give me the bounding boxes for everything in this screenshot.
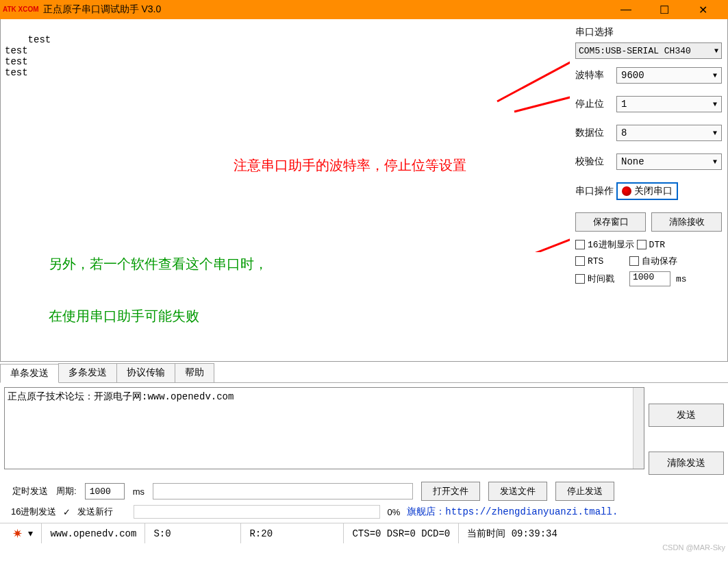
timed-send-label: 定时发送 [12, 485, 48, 497]
annotation-text-red: 注意串口助手的波特率，停止位等设置 [234, 156, 466, 175]
autosave-label: 自动保存 [642, 255, 677, 267]
baud-label: 波特率 [575, 69, 616, 82]
svg-line-2 [514, 84, 570, 112]
recv-count: R:20 [241, 523, 344, 543]
interval-input[interactable]: 1000 [629, 271, 670, 286]
clear-receive-button[interactable]: 清除接收 [651, 212, 722, 232]
progress-percent: 0% [387, 507, 400, 517]
dtr-label: DTR [649, 240, 665, 250]
stopbits-label: 停止位 [575, 98, 616, 110]
autosave-checkbox[interactable] [629, 256, 639, 266]
gear-dropdown-icon[interactable]: ▾ [28, 528, 33, 539]
send-button[interactable]: 发送 [649, 404, 724, 427]
port-section-label: 串口选择 [575, 26, 722, 38]
close-button[interactable]: ✕ [694, 1, 712, 18]
chevron-down-icon: ▼ [713, 72, 717, 79]
tab-multi-send[interactable]: 多条发送 [58, 363, 117, 382]
clear-send-button[interactable]: 清除发送 [649, 452, 724, 475]
receive-content: test test test test [5, 34, 51, 78]
dtr-checkbox[interactable] [637, 240, 647, 249]
sent-count: S:0 [145, 523, 241, 543]
scrollbar[interactable] [633, 388, 644, 469]
baud-select[interactable]: 9600▼ [616, 67, 722, 84]
save-window-button[interactable]: 保存窗口 [575, 212, 646, 232]
hex-send-label: 16进制发送 [11, 506, 56, 518]
file-path-input[interactable] [153, 483, 413, 499]
rts-checkbox[interactable] [575, 256, 585, 266]
hex-display-label: 16进制显示 [588, 238, 634, 251]
send-tabs: 单条发送 多条发送 协议传输 帮助 [0, 363, 728, 383]
maximize-button[interactable]: ☐ [655, 1, 673, 18]
window-title: 正点原子串口调试助手 V3.0 [43, 3, 617, 16]
parity-label: 校验位 [575, 156, 616, 168]
stopbits-select[interactable]: 1▼ [616, 96, 722, 112]
send-newline-checkbox[interactable]: ✓ [63, 507, 71, 517]
timestamp-checkbox[interactable] [575, 274, 585, 284]
chevron-down-icon: ▼ [713, 129, 717, 137]
receive-text-area[interactable]: test test test test 注意串口助手的波特率，停止位等设置 另外… [1, 19, 570, 361]
title-bar: ATK XCOM 正点原子串口调试助手 V3.0 — ☐ ✕ [0, 0, 728, 19]
watermark: CSDN @MAR-Sky [662, 543, 725, 552]
chevron-down-icon: ▼ [713, 158, 717, 166]
open-file-button[interactable]: 打开文件 [421, 482, 480, 501]
close-port-button[interactable]: 关闭串口 [616, 182, 678, 200]
svg-line-4 [432, 221, 570, 252]
settings-panel: 串口选择 COM5:USB-SERIAL CH340▼ 波特率 9600▼ 停止… [570, 19, 727, 361]
app-logo-icon: ATK XCOM [3, 6, 39, 13]
status-bar: ✷ ▾ www.openedv.com S:0 R:20 CTS=0 DSR=0… [0, 523, 728, 543]
interval-unit: ms [676, 274, 687, 284]
send-textarea[interactable]: 正点原子技术论坛：开源电子网:www.openedv.com [4, 387, 644, 469]
timestamp-label: 时间戳 [588, 273, 614, 285]
period-label: 周期: [56, 485, 77, 497]
send-newline-label: 发送新行 [77, 506, 113, 518]
port-op-label: 串口操作 [575, 185, 616, 197]
chevron-down-icon: ▼ [713, 101, 717, 108]
annotation-arrow-icon [507, 77, 570, 119]
tab-protocol[interactable]: 协议传输 [116, 363, 175, 382]
hex-display-checkbox[interactable] [575, 240, 585, 249]
period-unit: ms [133, 486, 145, 497]
stop-send-button[interactable]: 停止发送 [555, 482, 614, 501]
minimize-button[interactable]: — [617, 1, 635, 18]
current-time: 当前时间 09:39:34 [459, 523, 566, 543]
databits-label: 数据位 [575, 127, 616, 139]
annotation-text-green: 另外，若一个软件查看这个串口时， 在使用串口助手可能失败 [28, 225, 268, 355]
tab-single-send[interactable]: 单条发送 [0, 364, 59, 383]
annotation-arrow-icon [425, 184, 570, 252]
tab-help[interactable]: 帮助 [175, 363, 214, 382]
gear-icon[interactable]: ✷ [12, 526, 23, 541]
parity-select[interactable]: None▼ [616, 153, 722, 170]
line-status: CTS=0 DSR=0 DCD=0 [344, 523, 459, 543]
period-input[interactable]: 1000 [85, 483, 125, 499]
shop-link[interactable]: 旗舰店：https://zhengdianyuanzi.tmall. [407, 506, 618, 518]
website-link[interactable]: www.openedv.com [42, 523, 145, 543]
send-file-button[interactable]: 发送文件 [488, 482, 547, 501]
rts-label: RTS [588, 256, 603, 267]
chevron-down-icon: ▼ [714, 47, 718, 55]
progress-bar [134, 505, 380, 519]
databits-select[interactable]: 8▼ [616, 125, 722, 141]
port-select[interactable]: COM5:USB-SERIAL CH340▼ [575, 42, 722, 59]
record-icon [622, 186, 631, 196]
